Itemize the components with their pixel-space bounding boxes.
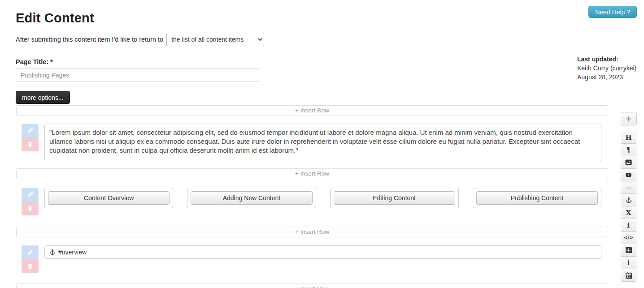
- horizontal-rule-icon: —: [625, 184, 632, 192]
- link-button-publishing-content[interactable]: Publishing Content: [476, 191, 598, 205]
- link-button-editing-content[interactable]: Editing Content: [334, 191, 455, 205]
- toolbar-button-group: H ¶ — X f </> i: [621, 131, 637, 282]
- button-cell: Content Overview: [44, 188, 173, 208]
- page-title-label: Page Title: *: [16, 58, 644, 65]
- delete-row-button[interactable]: [22, 138, 39, 151]
- paragraph-icon: ¶: [627, 146, 631, 154]
- image-icon: [625, 159, 632, 166]
- calendar-icon: [626, 272, 632, 279]
- page-heading: Edit Content: [16, 11, 644, 26]
- code-button[interactable]: </>: [621, 231, 636, 244]
- trash-icon: [27, 263, 33, 269]
- return-to-select[interactable]: the list of all content items: [166, 33, 264, 46]
- x-social-button[interactable]: X: [621, 206, 636, 219]
- content-row-anchor: #overview: [16, 245, 608, 273]
- last-updated-user: Keith Curry (currykei): [577, 64, 636, 73]
- x-social-icon: X: [626, 209, 631, 217]
- pencil-icon: [27, 249, 33, 255]
- editor-toolbar: + H ¶ — X f </> i: [621, 112, 637, 282]
- insert-row-bar[interactable]: + Insert Row: [16, 284, 608, 288]
- delete-row-button[interactable]: [22, 259, 39, 273]
- anchor-content-block[interactable]: #overview: [44, 245, 601, 259]
- anchor-icon: [626, 197, 632, 203]
- more-options-button[interactable]: more options...: [16, 91, 70, 104]
- button-cell: Editing Content: [330, 188, 459, 208]
- heading-icon: H: [625, 133, 631, 142]
- table-button[interactable]: [621, 244, 636, 257]
- content-row-buttons: Content Overview Adding New Content Edit…: [16, 188, 608, 215]
- paragraph-button[interactable]: ¶: [621, 143, 636, 156]
- link-button-content-overview[interactable]: Content Overview: [48, 191, 170, 205]
- table-icon: [626, 247, 632, 253]
- video-icon: [625, 172, 632, 178]
- pencil-icon: [27, 192, 33, 198]
- insert-row-bar[interactable]: + Insert Row: [16, 105, 608, 116]
- facebook-icon: f: [627, 221, 630, 229]
- return-to-label: After submitting this content item I'd l…: [16, 36, 163, 43]
- row-actions: [22, 188, 39, 215]
- content-editor: + Insert Row "Lorem ipsum dolor sit amet…: [16, 105, 608, 288]
- anchor-value: #overview: [58, 249, 87, 256]
- add-block-button[interactable]: +: [621, 112, 637, 125]
- edit-row-button[interactable]: [22, 245, 39, 259]
- insert-row-bar[interactable]: + Insert Row: [16, 227, 608, 237]
- video-button[interactable]: [621, 168, 636, 181]
- trash-icon: [27, 142, 33, 147]
- row-actions: [22, 245, 39, 273]
- link-button-adding-new-content[interactable]: Adding New Content: [191, 191, 312, 205]
- anchor-button[interactable]: [621, 193, 636, 206]
- code-icon: </>: [623, 235, 633, 241]
- insert-row-bar[interactable]: + Insert Row: [16, 168, 608, 179]
- trash-icon: [27, 206, 33, 211]
- calendar-button[interactable]: [621, 269, 636, 282]
- last-updated-date: August 28, 2023: [577, 73, 636, 82]
- delete-row-button[interactable]: [22, 202, 39, 215]
- facebook-button[interactable]: f: [621, 219, 636, 232]
- return-to-row: After submitting this content item I'd l…: [16, 33, 644, 46]
- heading-button[interactable]: H: [621, 131, 636, 144]
- button-cell: Publishing Content: [473, 188, 601, 208]
- edit-row-button[interactable]: [22, 188, 39, 202]
- last-updated-heading: Last updated:: [577, 55, 636, 64]
- text-content-block[interactable]: "Lorem ipsum dolor sit amet, consectetur…: [44, 124, 601, 161]
- image-button[interactable]: [621, 156, 636, 169]
- page-title-input[interactable]: [16, 69, 259, 82]
- row-actions: [22, 124, 39, 151]
- info-icon: i: [627, 259, 630, 267]
- info-button[interactable]: i: [621, 256, 636, 269]
- horizontal-rule-button[interactable]: —: [621, 181, 636, 194]
- content-row-text: "Lorem ipsum dolor sit amet, consectetur…: [16, 124, 608, 161]
- last-updated-block: Last updated: Keith Curry (currykei) Aug…: [577, 55, 636, 82]
- edit-row-button[interactable]: [22, 124, 39, 138]
- anchor-icon: [49, 249, 56, 255]
- button-cell: Adding New Content: [187, 188, 316, 208]
- need-help-button[interactable]: Need Help ?: [588, 6, 637, 18]
- pencil-icon: [27, 128, 33, 133]
